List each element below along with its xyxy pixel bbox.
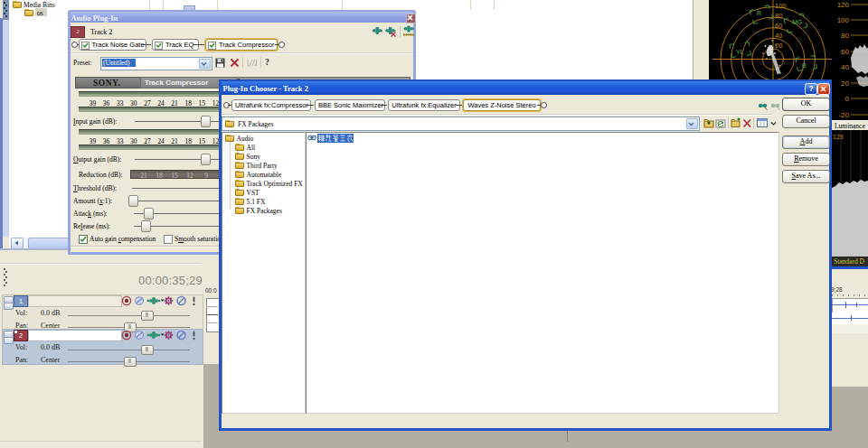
svg-text:80: 80 [775,12,782,20]
svg-text:B: B [802,62,807,69]
svg-text:100: 100 [775,2,787,10]
svg-text:60: 60 [775,22,782,30]
svg-text:-20: -20 [838,111,849,119]
svg-text:40: 40 [841,63,849,71]
svg-text:40: 40 [775,32,782,40]
svg-text:120: 120 [837,1,850,9]
svg-text:60: 60 [841,48,849,56]
svg-text:20: 20 [841,79,849,88]
svg-text:0: 0 [845,95,850,103]
svg-text:MG: MG [792,19,802,25]
svg-text:YL: YL [736,49,744,55]
svg-text:R: R [757,10,761,16]
svg-text:80: 80 [841,32,849,40]
svg-text:128: 128 [833,134,844,140]
svg-text:100: 100 [837,16,850,24]
